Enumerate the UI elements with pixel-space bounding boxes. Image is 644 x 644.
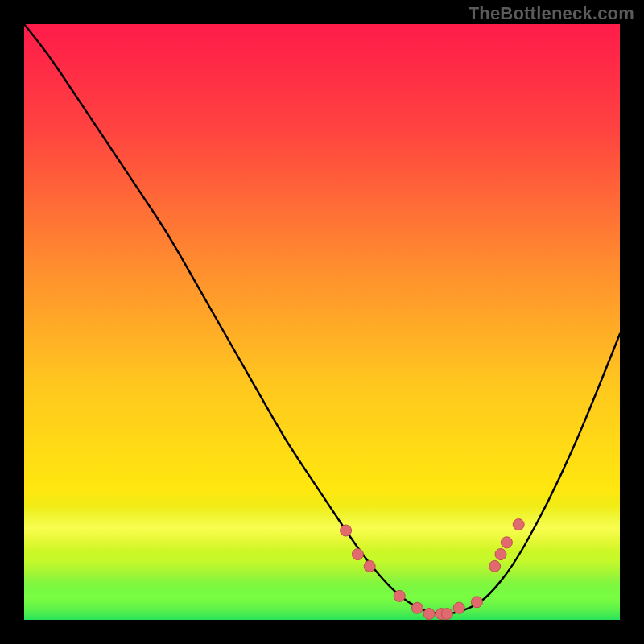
watermark-text: TheBottleneck.com [469,3,634,24]
curve-marker [513,519,524,530]
curve-marker [489,560,501,572]
curve-markers [341,519,525,620]
curve-marker [495,549,506,560]
curve-marker [423,609,435,620]
curve-marker [471,597,482,608]
bottleneck-curve [24,24,620,614]
chart-root: TheBottleneck.com [0,0,644,644]
curve-marker [411,602,423,613]
curve-marker [341,525,352,536]
curve-marker [352,549,363,560]
curve-marker [364,560,375,572]
curve-marker [453,602,464,613]
curve-marker [441,609,452,620]
plot-area [24,24,620,620]
curve-layer [24,24,620,620]
curve-marker [394,590,405,601]
curve-marker [501,537,512,548]
